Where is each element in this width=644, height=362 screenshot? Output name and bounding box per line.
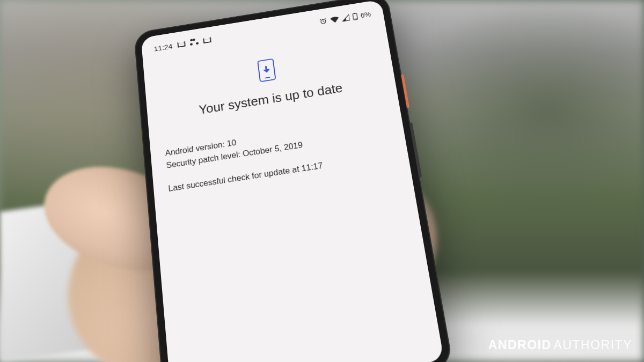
signal-icon	[341, 14, 350, 22]
battery-percentage: 6%	[360, 10, 371, 19]
gmail-icon	[177, 41, 186, 47]
svg-rect-2	[354, 18, 357, 19]
system-update-panel: Your system is up to date Android versio…	[143, 22, 412, 218]
gmail-icon	[203, 37, 211, 43]
status-bar-right: 6%	[319, 10, 371, 26]
battery-icon	[352, 12, 358, 20]
wifi-icon	[330, 16, 340, 24]
system-update-icon	[257, 58, 276, 83]
status-bar-left: 11:24	[153, 36, 211, 53]
alarm-icon	[319, 17, 328, 26]
share-dots-icon	[190, 38, 199, 47]
watermark-logo: ANDROIDAUTHORITY	[488, 338, 632, 352]
watermark-brand-bold: ANDROID	[488, 338, 552, 352]
status-time: 11:24	[153, 42, 173, 53]
android-version-value: 10	[226, 138, 237, 148]
watermark-brand-light: AUTHORITY	[554, 338, 632, 352]
